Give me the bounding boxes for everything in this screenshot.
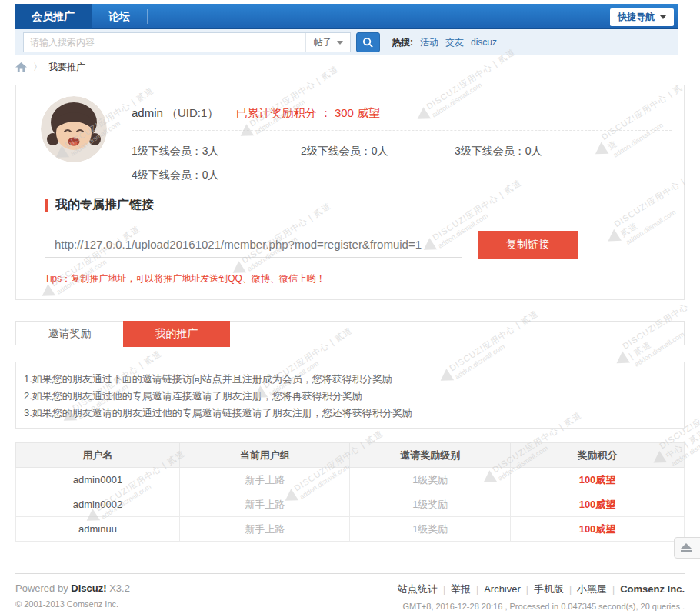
column-header-reward-level: 邀请奖励级别 bbox=[350, 443, 511, 468]
back-to-top-button[interactable] bbox=[674, 537, 700, 559]
cell-usergroup: 新手上路 bbox=[179, 492, 350, 517]
rule-line-3: 3.如果您的朋友邀请的朋友通过他的专属邀请链接邀请了朋友注册，您还将获得积分奖励 bbox=[24, 405, 676, 422]
arrow-up-icon bbox=[681, 543, 692, 549]
promotion-table: 用户名 当前用户组 邀请奖励级别 奖励积分 admin0001 新手上路 1级奖… bbox=[15, 442, 685, 542]
search-category-label: 帖子 bbox=[314, 36, 332, 49]
breadcrumb-current: 我要推广 bbox=[48, 61, 85, 74]
hot-search-link[interactable]: discuz bbox=[471, 37, 497, 48]
discuz-brand-link[interactable]: Discuz! bbox=[71, 582, 106, 594]
footer-link-darkroom[interactable]: 小黑屋 bbox=[577, 583, 607, 595]
cell-reward-level: 1级奖励 bbox=[350, 492, 511, 517]
rule-line-1: 1.如果您的朋友通过下面的邀请链接访问站点并且注册成为会员，您将获得积分奖励 bbox=[24, 371, 676, 388]
profile-summary: admin （UID:1） 已累计奖励积分 ： 300 威望 bbox=[132, 106, 380, 121]
nav-tabs: 会员推广 论坛 bbox=[15, 4, 678, 29]
column-header-username: 用户名 bbox=[16, 443, 180, 468]
rule-line-2: 2.如果您的朋友通过他的专属邀请连接邀请了朋友注册，您将再获得积分奖励 bbox=[24, 388, 676, 405]
cell-reward-points: 100威望 bbox=[511, 492, 685, 517]
nav-tab-member-promotion[interactable]: 会员推广 bbox=[15, 4, 92, 29]
footer-link-separator: | bbox=[476, 584, 478, 595]
quick-nav-label: 快捷导航 bbox=[618, 11, 655, 24]
cell-reward-level: 1级奖励 bbox=[350, 468, 511, 492]
home-icon[interactable] bbox=[15, 62, 27, 73]
breadcrumb: 〉 我要推广 bbox=[15, 61, 85, 74]
dashed-divider bbox=[132, 130, 672, 131]
nav-divider bbox=[147, 9, 148, 24]
hot-search: 热搜: 活动 交友 discuz bbox=[392, 29, 497, 55]
table-row: admin0002 新手上路 1级奖励 100威望 bbox=[16, 492, 685, 517]
hot-search-link[interactable]: 交友 bbox=[445, 36, 464, 49]
table-row: adminuu 新手上路 1级奖励 100威望 bbox=[16, 517, 685, 542]
promo-section-title: 我的专属推广链接 bbox=[55, 197, 154, 213]
quick-nav-button[interactable]: 快捷导航 bbox=[610, 8, 674, 26]
copy-link-button[interactable]: 复制链接 bbox=[478, 231, 578, 259]
chevron-down-icon bbox=[660, 15, 666, 19]
downline-level-1: 1级下线会员：3人 bbox=[132, 139, 301, 163]
reward-tabs: 邀请奖励 我的推广 bbox=[15, 321, 685, 345]
downline-stats: 1级下线会员：3人 2级下线会员：0人 3级下线会员：0人 4级下线会员：0人 bbox=[132, 139, 670, 187]
cell-username: adminuu bbox=[16, 517, 180, 542]
section-accent-bar bbox=[45, 199, 48, 212]
powered-prefix: Powered by bbox=[15, 582, 68, 594]
arrow-up-icon-base bbox=[681, 550, 692, 552]
avatar-image bbox=[41, 96, 107, 162]
search-button[interactable] bbox=[356, 32, 380, 52]
search-category-select[interactable]: 帖子 bbox=[305, 33, 350, 52]
promo-section-header: 我的专属推广链接 bbox=[45, 197, 154, 213]
copyright: © 2001-2013 Comsenz Inc. bbox=[15, 599, 130, 609]
cell-username: admin0002 bbox=[16, 492, 180, 517]
footer-link-mobile[interactable]: 手机版 bbox=[534, 583, 564, 595]
profile-reward-total: 已累计奖励积分 ： 300 威望 bbox=[236, 106, 381, 119]
hot-search-link[interactable]: 活动 bbox=[420, 36, 438, 49]
downline-level-4: 4级下线会员：0人 bbox=[132, 163, 301, 187]
breadcrumb-separator: 〉 bbox=[33, 61, 42, 74]
column-header-reward-points: 奖励积分 bbox=[511, 443, 685, 468]
promo-tips: Tips：复制推广地址，可以将推广地址发送到QQ、微博、微信上哟！ bbox=[45, 272, 325, 285]
tab-my-promotion[interactable]: 我的推广 bbox=[123, 321, 230, 347]
top-navbar: 会员推广 论坛 快捷导航 bbox=[15, 4, 678, 29]
chevron-down-icon bbox=[337, 41, 343, 45]
footer-link-site-stats[interactable]: 站点统计 bbox=[398, 583, 438, 595]
tab-invite-reward[interactable]: 邀请奖励 bbox=[16, 322, 123, 345]
avatar[interactable] bbox=[41, 96, 107, 162]
downline-level-2: 2级下线会员：0人 bbox=[301, 139, 455, 163]
cell-reward-points: 100威望 bbox=[511, 517, 685, 542]
footer-link-separator: | bbox=[612, 584, 615, 595]
search-input[interactable] bbox=[24, 33, 305, 52]
member-promotion-page: DISCUZ!应用中心 | 贰道addon.dismall.com DISCUZ… bbox=[0, 0, 700, 614]
hot-search-label: 热搜: bbox=[392, 36, 413, 49]
nav-tab-forum[interactable]: 论坛 bbox=[92, 4, 147, 29]
footer-meta: GMT+8, 2016-12-28 20:16 , Processed in 0… bbox=[398, 602, 685, 611]
footer-link-report[interactable]: 举报 bbox=[451, 583, 471, 595]
search-bar: 帖子 热搜: 活动 交友 discuz bbox=[15, 29, 678, 55]
cell-usergroup: 新手上路 bbox=[179, 468, 350, 492]
footer-link-comsenz[interactable]: Comsenz Inc. bbox=[620, 583, 685, 595]
search-icon bbox=[362, 37, 374, 48]
powered-by: Powered by Discuz! X3.2 bbox=[15, 582, 130, 594]
profile-username: admin bbox=[132, 106, 163, 119]
footer-link-archiver[interactable]: Archiver bbox=[484, 583, 521, 595]
downline-level-3: 3级下线会员：0人 bbox=[455, 139, 655, 163]
footer-right: 站点统计|举报|Archiver|手机版|小黑屋|Comsenz Inc. GM… bbox=[398, 582, 685, 611]
profile-uid: （UID:1） bbox=[166, 106, 218, 119]
rules-card: 1.如果您的朋友通过下面的邀请链接访问站点并且注册成为会员，您将获得积分奖励 2… bbox=[15, 362, 685, 429]
footer: Powered by Discuz! X3.2 © 2001-2013 Coms… bbox=[15, 573, 685, 582]
discuz-version: X3.2 bbox=[109, 582, 130, 594]
footer-link-separator: | bbox=[526, 584, 528, 595]
cell-reward-level: 1级奖励 bbox=[350, 517, 511, 542]
table-header-row: 用户名 当前用户组 邀请奖励级别 奖励积分 bbox=[16, 443, 685, 468]
footer-links: 站点统计|举报|Archiver|手机版|小黑屋|Comsenz Inc. bbox=[398, 582, 685, 596]
search-group: 帖子 bbox=[23, 32, 351, 52]
footer-link-separator: | bbox=[443, 584, 445, 595]
column-header-usergroup: 当前用户组 bbox=[179, 443, 350, 468]
footer-link-separator: | bbox=[569, 584, 572, 595]
profile-card: admin （UID:1） 已累计奖励积分 ： 300 威望 1级下线会员：3人… bbox=[15, 85, 685, 300]
footer-left: Powered by Discuz! X3.2 © 2001-2013 Coms… bbox=[15, 582, 130, 609]
cell-reward-points: 100威望 bbox=[511, 468, 685, 492]
cell-username: admin0001 bbox=[16, 468, 180, 492]
table-row: admin0001 新手上路 1级奖励 100威望 bbox=[16, 468, 685, 492]
cell-usergroup: 新手上路 bbox=[179, 517, 350, 542]
promo-link-field[interactable]: http://127.0.0.1/upload20161021/member.p… bbox=[45, 232, 462, 258]
